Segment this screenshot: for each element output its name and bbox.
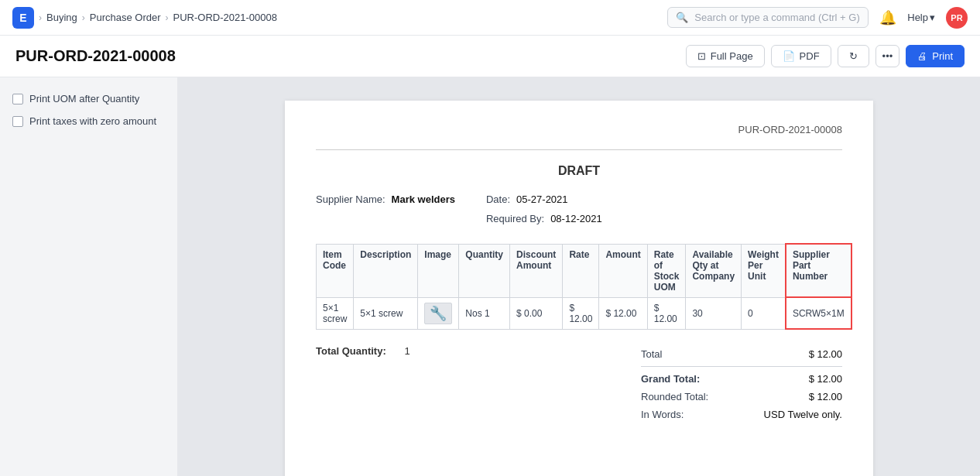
more-icon: ••• bbox=[882, 50, 893, 62]
sidebar-label-taxes: Print taxes with zero amount bbox=[29, 115, 156, 127]
nav-right: 🔍 Search or type a command (Ctrl + G) 🔔 … bbox=[667, 7, 968, 29]
pdf-icon: 📄 bbox=[783, 50, 795, 62]
supplier-label: Supplier Name: bbox=[316, 193, 385, 205]
date-label: Date: bbox=[486, 193, 510, 205]
help-label: Help bbox=[907, 12, 928, 23]
print-icon: 🖨 bbox=[917, 50, 927, 62]
totals-section: Total Quantity: 1 Total $ 12.00 Grand To… bbox=[316, 345, 842, 423]
item-image: 🔧 bbox=[424, 303, 452, 324]
total-quantity-label: Total Quantity: bbox=[316, 345, 386, 357]
total-row: Total $ 12.00 bbox=[641, 345, 842, 363]
td-amount: $ 12.00 bbox=[599, 297, 647, 329]
table-header-row: ItemCode Description Image Quantity Disc… bbox=[317, 244, 852, 297]
td-description: 5×1 screw bbox=[354, 297, 418, 329]
totals-right: Total $ 12.00 Grand Total: $ 12.00 Round… bbox=[641, 345, 842, 423]
in-words-value: USD Twelve only. bbox=[764, 409, 842, 420]
chevron-down-icon: ▾ bbox=[930, 12, 935, 23]
sidebar-option-taxes[interactable]: Print taxes with zero amount bbox=[12, 115, 165, 127]
help-button[interactable]: Help ▾ bbox=[907, 12, 935, 23]
checkbox-uom[interactable] bbox=[12, 94, 23, 104]
app-icon[interactable]: E bbox=[12, 7, 34, 29]
total-value: $ 12.00 bbox=[809, 348, 842, 360]
search-box[interactable]: 🔍 Search or type a command (Ctrl + G) bbox=[667, 7, 869, 28]
more-options-button[interactable]: ••• bbox=[875, 45, 900, 67]
td-weight-per-unit: 0 bbox=[742, 297, 786, 329]
document-ref: PUR-ORD-2021-00008 bbox=[316, 124, 842, 135]
document-meta: Supplier Name: Mark welders Date: 05-27-… bbox=[316, 193, 842, 224]
supplier-row: Supplier Name: Mark welders bbox=[316, 193, 455, 205]
th-supplier-part-number: SupplierPartNumber bbox=[786, 244, 852, 297]
search-icon: 🔍 bbox=[676, 12, 688, 23]
breadcrumb-po-number[interactable]: PUR-ORD-2021-00008 bbox=[173, 12, 277, 23]
sep2: › bbox=[82, 12, 85, 23]
th-rate-stock-uom: RateofStockUOM bbox=[647, 244, 686, 297]
rounded-total-row: Rounded Total: $ 12.00 bbox=[641, 388, 842, 406]
sep1: › bbox=[39, 12, 42, 23]
doc-divider-top bbox=[316, 149, 842, 150]
full-page-button[interactable]: ⊡ Full Page bbox=[686, 45, 765, 67]
required-by-value: 08-12-2021 bbox=[550, 213, 602, 224]
in-words-label: In Words: bbox=[641, 409, 684, 420]
notification-bell-icon[interactable]: 🔔 bbox=[879, 9, 896, 26]
refresh-icon: ↻ bbox=[849, 50, 858, 62]
page-header: PUR-ORD-2021-00008 ⊡ Full Page 📄 PDF ↻ •… bbox=[0, 36, 980, 77]
table-row: 5×1screw 5×1 screw 🔧 Nos 1 $ 0.00 $ 12.0… bbox=[317, 297, 852, 329]
sidebar: Print UOM after Quantity Print taxes wit… bbox=[0, 77, 178, 476]
td-rate-stock-uom: $ 12.00 bbox=[647, 297, 686, 329]
th-weight-per-unit: WeightPerUnit bbox=[742, 244, 786, 297]
document-area: PUR-ORD-2021-00008 DRAFT Supplier Name: … bbox=[178, 77, 980, 476]
td-quantity: Nos 1 bbox=[459, 297, 510, 329]
date-value: 05-27-2021 bbox=[516, 193, 568, 205]
pdf-button[interactable]: 📄 PDF bbox=[771, 45, 831, 67]
document-status: DRAFT bbox=[316, 164, 842, 178]
td-image: 🔧 bbox=[418, 297, 459, 329]
total-divider bbox=[641, 366, 842, 367]
search-placeholder: Search or type a command (Ctrl + G) bbox=[694, 12, 860, 23]
td-item-code: 5×1screw bbox=[317, 297, 354, 329]
th-available-qty: AvailableQty atCompany bbox=[686, 244, 742, 297]
breadcrumb-purchase-order[interactable]: Purchase Order bbox=[90, 12, 161, 23]
th-amount: Amount bbox=[599, 244, 647, 297]
print-button[interactable]: 🖨 Print bbox=[906, 45, 965, 67]
required-by-label: Required By: bbox=[486, 213, 544, 224]
th-description: Description bbox=[354, 244, 418, 297]
page-title: PUR-ORD-2021-00008 bbox=[15, 47, 176, 65]
sep3: › bbox=[166, 12, 169, 23]
refresh-button[interactable]: ↻ bbox=[838, 45, 869, 67]
td-discount-amount: $ 0.00 bbox=[510, 297, 563, 329]
user-avatar[interactable]: PR bbox=[946, 7, 968, 29]
main-layout: Print UOM after Quantity Print taxes wit… bbox=[0, 77, 980, 476]
full-page-icon: ⊡ bbox=[697, 50, 706, 62]
grand-total-label: Grand Total: bbox=[641, 373, 700, 385]
top-nav: E › Buying › Purchase Order › PUR-ORD-20… bbox=[0, 0, 980, 36]
total-label: Total bbox=[641, 348, 662, 360]
in-words-row: In Words: USD Twelve only. bbox=[641, 406, 842, 423]
items-table: ItemCode Description Image Quantity Disc… bbox=[316, 243, 852, 330]
totals-left: Total Quantity: 1 bbox=[316, 345, 410, 357]
document-paper: PUR-ORD-2021-00008 DRAFT Supplier Name: … bbox=[285, 101, 873, 476]
th-image: Image bbox=[418, 244, 459, 297]
sidebar-option-uom[interactable]: Print UOM after Quantity bbox=[12, 93, 165, 104]
grand-total-row: Grand Total: $ 12.00 bbox=[641, 370, 842, 388]
date-row: Date: 05-27-2021 bbox=[486, 193, 602, 205]
checkbox-taxes[interactable] bbox=[12, 116, 23, 127]
th-item-code: ItemCode bbox=[317, 244, 354, 297]
td-available-qty: 30 bbox=[686, 297, 742, 329]
sidebar-label-uom: Print UOM after Quantity bbox=[29, 93, 139, 104]
rounded-total-label: Rounded Total: bbox=[641, 391, 708, 402]
grand-total-value: $ 12.00 bbox=[809, 373, 842, 385]
required-by-row: Required By: 08-12-2021 bbox=[486, 213, 602, 224]
total-quantity-value: 1 bbox=[404, 345, 409, 357]
td-rate: $ 12.00 bbox=[563, 297, 599, 329]
td-supplier-part-number: SCRW5×1M bbox=[786, 297, 852, 329]
meta-right: Date: 05-27-2021 Required By: 08-12-2021 bbox=[486, 193, 602, 224]
th-rate: Rate bbox=[563, 244, 599, 297]
supplier-value: Mark welders bbox=[392, 193, 455, 205]
th-discount-amount: DiscountAmount bbox=[510, 244, 563, 297]
th-quantity: Quantity bbox=[459, 244, 510, 297]
breadcrumb-buying[interactable]: Buying bbox=[46, 12, 77, 23]
breadcrumb-area: E › Buying › Purchase Order › PUR-ORD-20… bbox=[12, 7, 277, 29]
meta-left: Supplier Name: Mark welders bbox=[316, 193, 455, 224]
rounded-total-value: $ 12.00 bbox=[809, 391, 842, 402]
header-actions: ⊡ Full Page 📄 PDF ↻ ••• 🖨 Print bbox=[686, 45, 965, 67]
